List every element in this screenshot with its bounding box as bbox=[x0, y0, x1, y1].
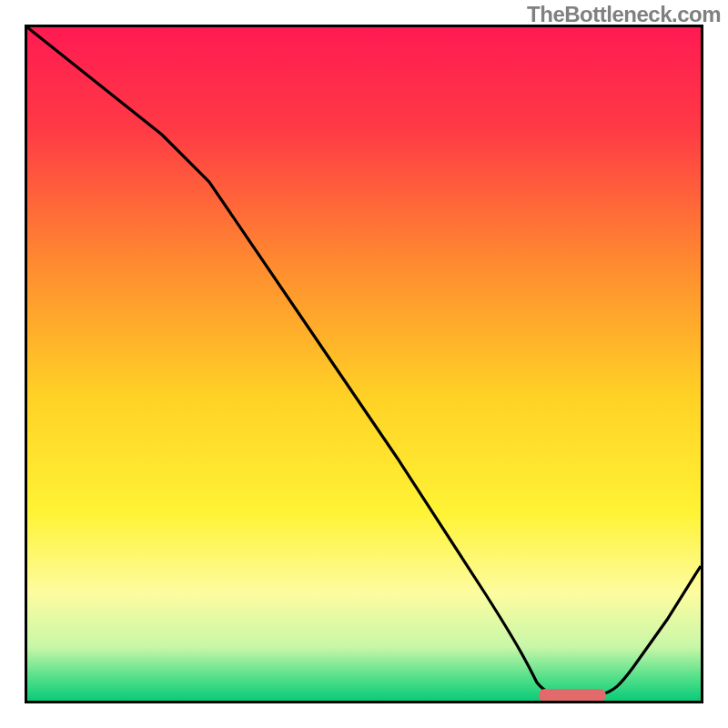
watermark-label: TheBottleneck.com bbox=[527, 2, 721, 27]
optimal-range-marker bbox=[539, 689, 606, 702]
curve-layer bbox=[27, 27, 701, 701]
chart-root: TheBottleneck.com bbox=[0, 0, 728, 728]
bottleneck-curve bbox=[27, 27, 701, 694]
plot-area bbox=[25, 25, 703, 703]
